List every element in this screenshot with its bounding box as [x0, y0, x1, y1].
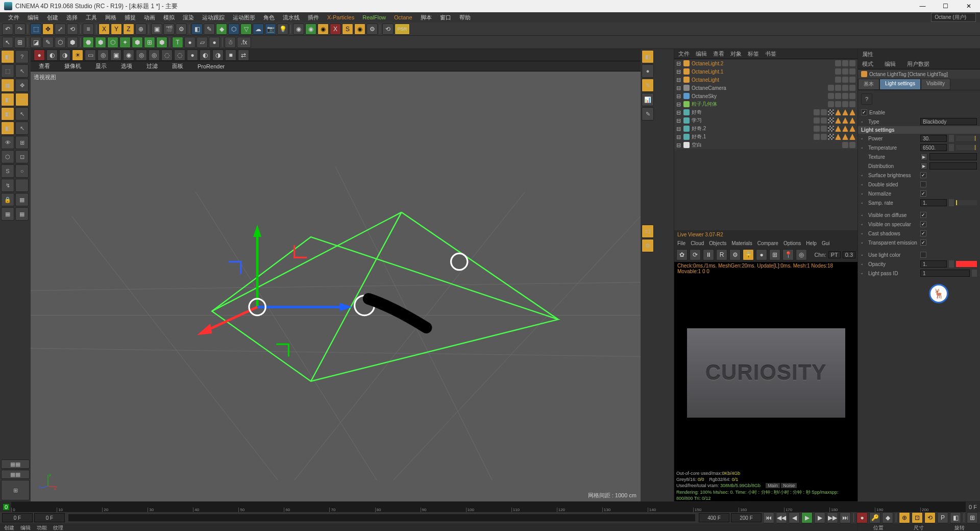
- type-dropdown[interactable]: Blackbody: [920, 118, 977, 125]
- tag-icon[interactable]: [835, 93, 841, 99]
- octane-button[interactable]: ◉: [354, 23, 365, 35]
- viewport-solo[interactable]: 👁: [1, 136, 14, 149]
- array-tool[interactable]: ⬡: [228, 23, 239, 35]
- cube-primitive[interactable]: ◧: [191, 23, 203, 35]
- goto-end-button[interactable]: ⏭: [840, 512, 851, 523]
- expand-icon[interactable]: ⊟: [676, 142, 681, 149]
- menu-Octane[interactable]: Octane: [390, 14, 416, 20]
- xp-button[interactable]: X: [330, 23, 341, 35]
- tag-icon[interactable]: [835, 68, 841, 75]
- menu-动画[interactable]: 动画: [140, 14, 159, 20]
- tag-icon[interactable]: [828, 117, 834, 124]
- snap-2d[interactable]: ○: [15, 164, 29, 178]
- cube-display-icon[interactable]: ◧: [642, 50, 654, 63]
- object-row[interactable]: ⊟OctaneLight.2: [674, 59, 857, 67]
- render-tool-14[interactable]: ◑: [212, 50, 224, 61]
- menu-脚本[interactable]: 脚本: [416, 14, 436, 20]
- move-tool[interactable]: ✥: [42, 23, 54, 35]
- xp-emitter-button[interactable]: ◉: [293, 23, 304, 35]
- samp-rate-field[interactable]: 1.: [920, 199, 947, 206]
- transparent-emission-checkbox[interactable]: ✓: [920, 239, 926, 246]
- menu-网格[interactable]: 网格: [101, 14, 120, 20]
- plane-primitive[interactable]: ▱: [197, 37, 208, 48]
- menu-创建[interactable]: 创建: [43, 14, 62, 20]
- render-tool-16[interactable]: ⇄: [238, 50, 249, 61]
- distribution-arrow[interactable]: ▸: [920, 162, 927, 170]
- deformer-tool[interactable]: ▽: [240, 23, 252, 35]
- locked-workplane[interactable]: [15, 179, 29, 192]
- vp-menu-ProRender[interactable]: ProRender: [193, 63, 229, 69]
- surface-brightness-checkbox[interactable]: ✓: [920, 172, 926, 178]
- object-row[interactable]: ⊟粒子几何体: [674, 100, 857, 108]
- tag-icon[interactable]: [842, 126, 848, 132]
- tag-icon[interactable]: [849, 93, 855, 99]
- menu-插件[interactable]: 插件: [304, 14, 323, 20]
- menu-流水线[interactable]: 流水线: [279, 14, 304, 20]
- tag-icon[interactable]: [842, 93, 848, 99]
- close-button[interactable]: ✕: [957, 0, 980, 12]
- chn-dropdown[interactable]: PT: [828, 251, 841, 258]
- texture-field[interactable]: [929, 153, 977, 160]
- render-tool-13[interactable]: ◐: [200, 50, 211, 61]
- fracture-tool[interactable]: ✦: [119, 37, 131, 48]
- scale-tool[interactable]: ⤢: [55, 23, 66, 35]
- tag-icon[interactable]: [814, 134, 820, 140]
- cast-shadows-checkbox[interactable]: ✓: [920, 230, 926, 236]
- opacity-field[interactable]: 1.: [920, 260, 947, 268]
- timeline-cursor[interactable]: 0: [3, 504, 9, 510]
- tracer-tool[interactable]: ⬢: [132, 37, 143, 48]
- tag-icon[interactable]: [842, 68, 848, 75]
- tag-icon[interactable]: [835, 101, 841, 107]
- tag-icon[interactable]: [849, 142, 855, 148]
- render-tool-1[interactable]: ◐: [46, 50, 58, 61]
- tag-icon[interactable]: [814, 109, 820, 115]
- tag-icon[interactable]: [814, 117, 820, 124]
- menu-运动跟踪[interactable]: 运动跟踪: [198, 14, 229, 20]
- opacity-color[interactable]: [956, 261, 977, 267]
- obj-menu-文件[interactable]: 文件: [678, 50, 690, 58]
- tag-icon[interactable]: [849, 117, 855, 124]
- reset-psr-button[interactable]: ⟲: [382, 23, 394, 35]
- tag-icon[interactable]: [849, 134, 855, 140]
- lv-menu-Compare[interactable]: Compare: [757, 240, 778, 246]
- spline-tool[interactable]: ✎: [204, 23, 215, 35]
- expand-icon[interactable]: ⊟: [676, 134, 681, 140]
- matrix-tool[interactable]: ⊞: [144, 37, 155, 48]
- temperature-spinner[interactable]: [949, 144, 954, 151]
- camera-tool[interactable]: 📷: [265, 23, 276, 35]
- lv-menu-Gui[interactable]: Gui: [822, 240, 830, 246]
- mat-tab-创建[interactable]: 创建: [4, 524, 14, 531]
- gear-icon[interactable]: ⚙: [642, 239, 654, 252]
- keyframe-sel-button[interactable]: ◆: [882, 512, 893, 523]
- tag-icon[interactable]: [821, 109, 827, 115]
- object-row[interactable]: ⊟OctaneSky: [674, 92, 857, 100]
- menu-RealFlow[interactable]: RealFlow: [358, 14, 390, 20]
- vp-menu-摄像机[interactable]: 摄像机: [60, 62, 85, 70]
- character-tool[interactable]: ☃: [225, 37, 236, 48]
- expand-icon[interactable]: ⊟: [676, 77, 681, 83]
- minimize-button[interactable]: —: [911, 0, 934, 12]
- vp-menu-面板[interactable]: 面板: [168, 62, 187, 70]
- param-key-button[interactable]: P: [937, 512, 948, 523]
- model-mode[interactable]: ⬚: [1, 64, 14, 78]
- selection-filter[interactable]: ↖: [2, 37, 13, 48]
- texture-mode[interactable]: ▦: [1, 79, 14, 92]
- magnet-tool[interactable]: ⬡: [55, 37, 66, 48]
- expand-icon[interactable]: ⊟: [676, 117, 681, 124]
- vp-menu-显示[interactable]: 显示: [91, 62, 111, 70]
- region-icon[interactable]: R: [716, 249, 727, 260]
- tag-icon[interactable]: [849, 85, 855, 91]
- visible-diffuse-checkbox[interactable]: ✓: [920, 212, 926, 218]
- nurbs-tool[interactable]: ◆: [216, 23, 227, 35]
- samp-rate-slider[interactable]: [956, 200, 977, 205]
- scale-key-button[interactable]: ⊡: [912, 512, 923, 523]
- tag-icon[interactable]: [842, 77, 848, 83]
- tag-icon[interactable]: [828, 101, 834, 107]
- play-button[interactable]: ▶: [801, 512, 813, 523]
- menu-工具[interactable]: 工具: [82, 14, 101, 20]
- help-button[interactable]: ?: [15, 50, 29, 63]
- object-row[interactable]: ⊟学习: [674, 116, 857, 125]
- select-tool[interactable]: ⬚: [30, 23, 41, 35]
- render-tool-15[interactable]: ■: [225, 50, 236, 61]
- samp-rate-spinner[interactable]: [949, 199, 954, 206]
